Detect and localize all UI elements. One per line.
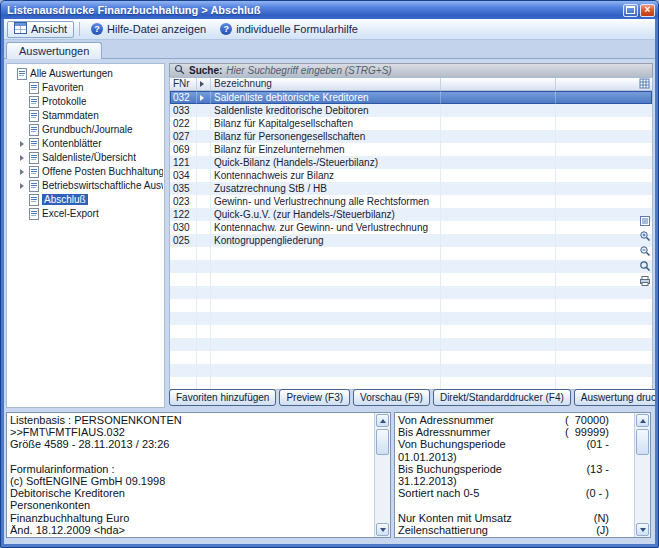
list-icon[interactable]	[639, 215, 651, 227]
table-row[interactable]: 069Bilanz für Einzelunternehmen	[170, 143, 652, 156]
search-input[interactable]	[226, 65, 648, 76]
cell-empty	[441, 234, 556, 247]
cell-bezeichnung: Bilanz für Einzelunternehmen	[211, 143, 441, 156]
ansicht-button[interactable]: Ansicht	[7, 21, 74, 38]
column-header-empty[interactable]	[556, 78, 652, 90]
tree-item-offene-posten-buchhaltung[interactable]: Offene Posten Buchhaltung	[20, 165, 163, 178]
params-panel-scrollbar[interactable]	[634, 413, 650, 537]
column-options-icon[interactable]	[639, 78, 650, 91]
sort-marker-icon	[200, 81, 204, 87]
param-value: (13 -	[586, 463, 609, 475]
tree-item-label: Protokolle	[42, 96, 86, 107]
column-header-fnr[interactable]: FNr	[170, 78, 197, 90]
scroll-down-button[interactable]	[636, 523, 649, 536]
tree-item-betriebswirtschaftliche-auswertungen[interactable]: Betriebswirtschaftliche Auswertungen	[20, 179, 163, 192]
direkt-standarddrucker-button[interactable]: Direkt/Standarddrucker (F4)	[433, 389, 571, 406]
maximize-icon	[626, 6, 635, 14]
scroll-thumb[interactable]	[376, 429, 389, 455]
info-line: Personenkonten	[10, 499, 371, 511]
table-row-empty	[170, 325, 652, 338]
tree-item-excel-export[interactable]: Excel-Export	[20, 207, 163, 220]
hilfe-datei-button[interactable]: ? Hilfe-Datei anzeigen	[85, 21, 212, 38]
help-icon: ?	[91, 23, 103, 35]
cell-empty	[441, 364, 556, 377]
preview-button[interactable]: Preview (F3)	[279, 389, 350, 406]
table-row[interactable]: 025Kontogruppengliederung	[170, 234, 652, 247]
cell-empty	[441, 104, 556, 117]
search-icon[interactable]	[639, 260, 651, 272]
tree-item-grundbuch-journale[interactable]: Grundbuch/Journale	[20, 123, 163, 136]
favoriten-hinzufuegen-button[interactable]: Favoriten hinzufügen	[169, 389, 276, 406]
searchbar: Suche:	[169, 63, 653, 78]
table-row[interactable]: 027Bilanz für Personengesellschaften	[170, 130, 652, 143]
formularhilfe-button[interactable]: ? individuelle Formularhilfe	[214, 21, 364, 38]
cell-marker	[197, 273, 211, 286]
table-row[interactable]: 022Bilanz für Kapitalgesellschaften	[170, 117, 652, 130]
param-value: ( 70000)	[565, 414, 609, 426]
tree-item-favoriten[interactable]: Favoriten	[20, 81, 163, 94]
table-row[interactable]: 032Saldenliste debitorische Kreditoren	[170, 91, 652, 104]
table-row[interactable]: 030Kontennachw. zur Gewinn- und Verlustr…	[170, 221, 652, 234]
cell-empty	[556, 325, 652, 338]
report-icon	[17, 68, 27, 80]
table-row[interactable]: 121Quick-Bilanz (Handels-/Steuerbilanz)	[170, 156, 652, 169]
info-panel-scrollbar[interactable]	[374, 413, 390, 537]
tree-item-label: Abschluß	[42, 194, 88, 205]
tree-item-protokolle[interactable]: Protokolle	[20, 95, 163, 108]
tree-item-kontenbl-tter[interactable]: Kontenblätter	[20, 137, 163, 150]
expand-icon[interactable]	[20, 155, 29, 161]
auswertung-drucken-button[interactable]: Auswertung drucken	[574, 389, 655, 406]
close-button[interactable]: ×	[640, 4, 655, 17]
tree-items: Alle AuswertungenFavoritenProtokolleStam…	[8, 67, 163, 220]
expand-icon[interactable]	[20, 141, 29, 147]
param-label: Von Buchungsperiode	[398, 438, 506, 450]
table-row[interactable]: 035Zusatzrechnung StB / HB	[170, 182, 652, 195]
tree-item-saldenliste-bersicht[interactable]: Saldenliste/Übersicht	[20, 151, 163, 164]
report-icon	[29, 152, 39, 164]
cell-fnr	[170, 286, 197, 299]
zoom-out-icon[interactable]	[639, 245, 651, 257]
tab-auswertungen[interactable]: Auswertungen	[6, 42, 102, 59]
cell-bezeichnung	[211, 312, 441, 325]
cell-marker	[197, 182, 211, 195]
scroll-track[interactable]	[376, 428, 389, 522]
cell-fnr: 025	[170, 234, 197, 247]
cell-empty	[441, 156, 556, 169]
table-row[interactable]: 122Quick-G.u.V. (zur Handels-/Steuerbila…	[170, 208, 652, 221]
tree-item-alle-auswertungen[interactable]: Alle Auswertungen	[8, 67, 163, 80]
cell-empty	[556, 169, 652, 182]
scroll-up-button[interactable]	[376, 414, 389, 427]
expand-icon[interactable]	[20, 169, 29, 175]
info-line: (c) SoftENGINE GmbH 09.1998	[10, 475, 371, 487]
maximize-button[interactable]	[623, 4, 638, 17]
cell-empty	[556, 377, 652, 389]
scroll-track[interactable]	[636, 428, 649, 522]
column-header-marker[interactable]	[197, 78, 211, 90]
column-header-empty[interactable]	[441, 78, 556, 90]
tree-item-abschlu[interactable]: Abschluß	[20, 193, 163, 206]
scroll-up-button[interactable]	[636, 414, 649, 427]
tree-item-label: Offene Posten Buchhaltung	[42, 166, 163, 177]
cell-bezeichnung	[211, 299, 441, 312]
help-icon: ?	[220, 23, 232, 35]
vorschau-button[interactable]: Vorschau (F9)	[353, 389, 430, 406]
print-icon[interactable]	[639, 275, 651, 287]
table-row[interactable]: 033Saldenliste kreditorische Debitoren	[170, 104, 652, 117]
cell-bezeichnung: Gewinn- und Verlustrechnung alle Rechtsf…	[211, 195, 441, 208]
report-icon	[29, 138, 39, 150]
expand-icon[interactable]	[20, 183, 29, 189]
zoom-in-icon[interactable]	[639, 230, 651, 242]
column-header-bezeichnung[interactable]: Bezeichnung	[211, 78, 441, 90]
table-row[interactable]: 034Kontennachweis zur Bilanz	[170, 169, 652, 182]
scroll-down-button[interactable]	[376, 523, 389, 536]
scroll-thumb[interactable]	[636, 429, 649, 455]
search-icon	[174, 64, 185, 77]
cell-empty	[441, 325, 556, 338]
tree-item-stammdaten[interactable]: Stammdaten	[20, 109, 163, 122]
cell-marker	[197, 130, 211, 143]
cell-marker	[197, 208, 211, 221]
table-row[interactable]: 023Gewinn- und Verlustrechnung alle Rech…	[170, 195, 652, 208]
param-line: Sortiert nach 0-5(0 - )	[398, 487, 631, 499]
cell-bezeichnung: Bilanz für Kapitalgesellschaften	[211, 117, 441, 130]
cell-empty	[441, 377, 556, 389]
